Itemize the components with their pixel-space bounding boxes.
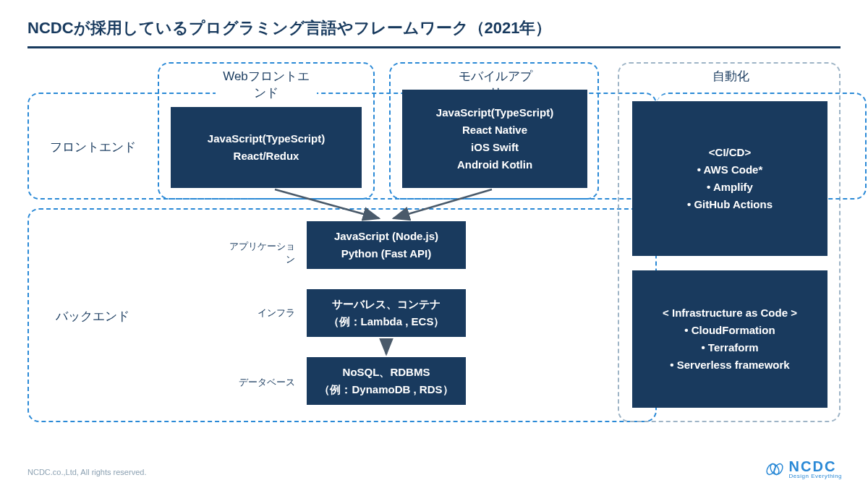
card-text: NoSQL、RDBMS xyxy=(343,364,430,381)
card-text: iOS Swift xyxy=(471,139,519,156)
sub-infra-label: インフラ xyxy=(223,307,295,320)
sub-db-label: データベース xyxy=(223,376,295,389)
card-item: GitHub Actions xyxy=(687,196,773,213)
card-item: Serverless framework xyxy=(670,356,789,374)
card-text: JavaScript(TypeScript) xyxy=(208,130,325,147)
logo-tagline: Design Everything xyxy=(789,474,842,479)
card-item: Amplify xyxy=(687,179,773,196)
card-list: CloudFormation Terraform Serverless fram… xyxy=(670,322,789,374)
card-db: NoSQL、RDBMS （例：DynamoDB , RDS） xyxy=(307,357,466,405)
card-text: JavaScript (Node.js) xyxy=(334,228,438,245)
card-text: Android Kotlin xyxy=(457,156,532,174)
row-backend-label: バックエンド xyxy=(35,308,150,325)
footer-copyright: NCDC.co.,Ltd, All rights reserved. xyxy=(27,468,146,476)
card-heading: <CI/CD> xyxy=(709,144,751,161)
row-frontend-label: フロントエンド xyxy=(35,139,150,155)
col-automation-label: 自動化 xyxy=(702,68,760,85)
card-text: React Native xyxy=(462,121,527,139)
card-infra: サーバレス、コンテナ （例：Lambda , ECS） xyxy=(307,289,466,337)
sub-app-label: アプリケーション xyxy=(223,240,295,266)
card-cicd: <CI/CD> AWS Code* Amplify GitHub Actions xyxy=(632,101,827,256)
card-heading: < Infrastructure as Code > xyxy=(663,304,797,322)
card-text: Python (Fast API) xyxy=(341,245,431,262)
card-text: JavaScript(TypeScript) xyxy=(436,104,553,121)
card-item: AWS Code* xyxy=(687,161,773,179)
card-app: JavaScript (Node.js) Python (Fast API) xyxy=(307,221,466,269)
card-item: Terraform xyxy=(670,339,789,356)
logo-text: NCDC Design Everything xyxy=(789,459,842,479)
card-web-frontend: JavaScript(TypeScript) React/Redux xyxy=(171,107,362,188)
logo-name: NCDC xyxy=(789,459,842,474)
card-text: React/Redux xyxy=(234,147,299,165)
card-mobile-frontend: JavaScript(TypeScript) React Native iOS … xyxy=(402,90,587,188)
col-web-label: Webフロントエンド xyxy=(216,68,317,101)
card-item: CloudFormation xyxy=(670,322,789,339)
logo: NCDC Design Everything xyxy=(765,459,842,479)
diagram-canvas: Webフロントエンド モバイルアプリ 自動化 フロントエンド バックエンド アプ… xyxy=(0,0,868,488)
logo-icon xyxy=(765,463,785,476)
card-iac: < Infrastructure as Code > CloudFormatio… xyxy=(632,270,827,408)
card-list: AWS Code* Amplify GitHub Actions xyxy=(687,161,773,213)
card-text: （例：Lambda , ECS） xyxy=(328,313,445,330)
card-text: （例：DynamoDB , RDS） xyxy=(319,381,453,398)
card-text: サーバレス、コンテナ xyxy=(332,296,441,313)
